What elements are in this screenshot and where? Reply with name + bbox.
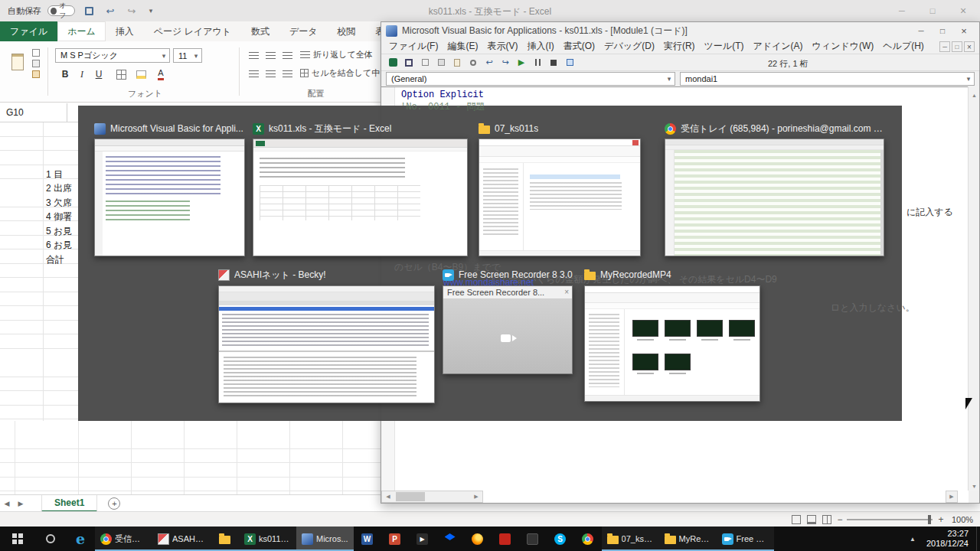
procedure-combo[interactable]: mondai1 ▾ xyxy=(680,72,975,86)
vba-run-button[interactable]: ▶ xyxy=(514,56,528,70)
object-combo[interactable]: (General) ▾ xyxy=(386,72,675,86)
taskbar-explorer[interactable] xyxy=(210,527,239,551)
align-bottom-button[interactable] xyxy=(280,49,294,61)
switcher-label-vba[interactable]: Microsoft Visual Basic for Appli... xyxy=(94,122,245,135)
autosave-toggle[interactable]: オフ xyxy=(47,5,75,16)
sheet-next-button[interactable]: ▶ xyxy=(14,495,28,512)
taskbar-clock[interactable]: 23:27 2018/12/24 xyxy=(923,529,976,549)
vba-find-button[interactable] xyxy=(466,56,480,70)
undo-button[interactable]: ↩ xyxy=(103,3,118,18)
scroll-right-icon[interactable]: ▶ xyxy=(946,491,958,503)
vba-copy-button[interactable] xyxy=(434,56,448,70)
vba-menu-addins[interactable]: アドイン(A) xyxy=(748,39,807,54)
wrap-text-button[interactable]: 折り返して全体 xyxy=(300,49,373,60)
switcher-thumb-vba[interactable] xyxy=(94,139,245,256)
taskbar-excel[interactable]: Xks011.xl... xyxy=(239,527,296,551)
switcher-thumb-excel[interactable] xyxy=(253,139,468,256)
vba-break-button[interactable] xyxy=(531,56,544,70)
underline-button[interactable]: U xyxy=(92,67,106,81)
taskbar-search-button[interactable] xyxy=(35,527,66,551)
tab-formulas[interactable]: 数式 xyxy=(241,21,279,41)
taskbar-skype[interactable]: S xyxy=(547,527,574,551)
vba-undo-button[interactable]: ↩ xyxy=(482,56,496,70)
tab-data[interactable]: データ xyxy=(279,21,328,41)
switcher-thumb-recorder[interactable]: Free Screen Recorder 8... × xyxy=(443,285,573,374)
taskbar-becky[interactable]: ASAHI... xyxy=(152,527,210,551)
taskbar-folder-myrec[interactable]: MyRec... xyxy=(659,527,717,551)
zoom-slider-track[interactable] xyxy=(847,519,933,520)
zoom-out-button[interactable]: − xyxy=(835,514,845,526)
add-sheet-button[interactable]: + xyxy=(108,497,120,510)
switcher-thumb-gmail[interactable] xyxy=(665,139,884,256)
switcher-thumb-becky[interactable] xyxy=(218,285,435,403)
switcher-label-folder[interactable]: 07_ks011s xyxy=(479,122,641,135)
vba-design-mode-button[interactable] xyxy=(563,56,577,70)
qat-customize-button[interactable]: ▾ xyxy=(145,3,156,18)
excel-minimize-button[interactable]: ─ xyxy=(887,0,917,21)
switcher-label-excel[interactable]: Xks011.xls - 互換モード - Excel xyxy=(253,122,468,135)
tab-insert[interactable]: 挿入 xyxy=(106,21,144,41)
tab-page-layout[interactable]: ページ レイアウト xyxy=(144,21,241,41)
vba-reset-button[interactable] xyxy=(547,56,560,70)
align-top-button[interactable] xyxy=(247,49,260,61)
view-excel-button[interactable] xyxy=(386,56,400,70)
zoom-level[interactable]: 100% xyxy=(952,515,973,524)
align-center-button[interactable] xyxy=(263,67,277,80)
taskbar-chrome-mail[interactable]: 受信トレ... xyxy=(95,527,152,551)
scroll-up-icon[interactable]: ▲ xyxy=(969,90,980,101)
module-restore-button[interactable]: □ xyxy=(952,41,962,52)
italic-button[interactable]: I xyxy=(75,67,89,81)
excel-close-button[interactable]: × xyxy=(948,0,978,21)
vba-menu-tools[interactable]: ツール(T) xyxy=(700,39,749,54)
sheet-prev-button[interactable]: ◀ xyxy=(0,495,14,512)
save-button[interactable] xyxy=(81,3,96,18)
vba-redo-button[interactable]: ↪ xyxy=(498,56,512,70)
fill-color-button[interactable] xyxy=(133,67,149,81)
sheet-grid-bottom[interactable] xyxy=(0,421,381,494)
cut-icon[interactable] xyxy=(32,49,40,57)
taskbar-start-button[interactable] xyxy=(0,527,35,551)
font-size-combo[interactable]: 11 ▾ xyxy=(173,48,202,63)
cell[interactable]: 4 御署 xyxy=(46,210,78,223)
vba-save-button[interactable] xyxy=(402,56,416,70)
cell[interactable]: 1 目 xyxy=(46,168,78,181)
vba-menu-help[interactable]: ヘルプ(H) xyxy=(878,39,929,54)
scroll-left-icon[interactable]: ◀ xyxy=(382,491,394,502)
bold-button[interactable]: B xyxy=(58,67,72,81)
cell[interactable]: 合計 xyxy=(46,253,78,266)
taskbar-word[interactable]: W xyxy=(354,527,381,551)
vba-menu-debug[interactable]: デバッグ(D) xyxy=(599,39,659,54)
module-minimize-button[interactable]: ─ xyxy=(939,41,950,52)
switcher-label-recorder[interactable]: Free Screen Recorder 8 3.0 xyxy=(443,269,588,281)
view-normal-button[interactable] xyxy=(790,514,802,525)
taskbar-powerpoint[interactable]: P xyxy=(381,527,409,551)
switcher-thumb-myrecorded[interactable] xyxy=(584,285,760,402)
tab-file[interactable]: ファイル xyxy=(0,21,57,41)
taskbar-red-app[interactable] xyxy=(492,527,519,551)
vba-menu-window[interactable]: ウィンドウ(W) xyxy=(808,39,879,54)
taskbar-dark-app[interactable] xyxy=(519,527,547,551)
cell[interactable]: 5 お見 xyxy=(46,225,78,238)
taskbar-edge[interactable]: e xyxy=(66,527,95,551)
taskbar-firefox[interactable] xyxy=(464,527,492,551)
switcher-label-myrecorded[interactable]: MyRecordedMP4 xyxy=(584,269,760,281)
vba-menu-file[interactable]: ファイル(F) xyxy=(384,39,443,54)
view-page-layout-button[interactable] xyxy=(805,514,818,525)
sheet-grid-left[interactable]: 1 目 2 出席 3 欠席 4 御署 5 お見 6 お見 合計 xyxy=(0,122,78,421)
vba-cut-button[interactable] xyxy=(418,56,432,70)
vba-menu-run[interactable]: 実行(R) xyxy=(659,39,700,54)
cell[interactable]: 2 出席 xyxy=(46,182,78,195)
vba-menu-view[interactable]: 表示(V) xyxy=(482,39,522,54)
taskbar-vba[interactable]: Micros... xyxy=(296,527,354,551)
tray-chevron-icon[interactable]: ▲ xyxy=(902,536,923,543)
sheet-tab-sheet1[interactable]: Sheet1 xyxy=(41,495,97,512)
tab-review[interactable]: 校閲 xyxy=(328,21,366,41)
taskbar-folder-07ks0[interactable]: 07_ks0... xyxy=(602,527,659,551)
taskbar-recorder[interactable]: Free Scr... xyxy=(717,527,774,551)
view-page-break-button[interactable] xyxy=(821,514,833,525)
vba-minimize-button[interactable]: ─ xyxy=(910,22,932,39)
name-box[interactable]: G10 xyxy=(0,103,67,122)
copy-icon[interactable] xyxy=(32,60,40,67)
redo-button[interactable]: ↪ xyxy=(124,3,139,18)
taskbar-dropbox[interactable] xyxy=(436,527,464,551)
